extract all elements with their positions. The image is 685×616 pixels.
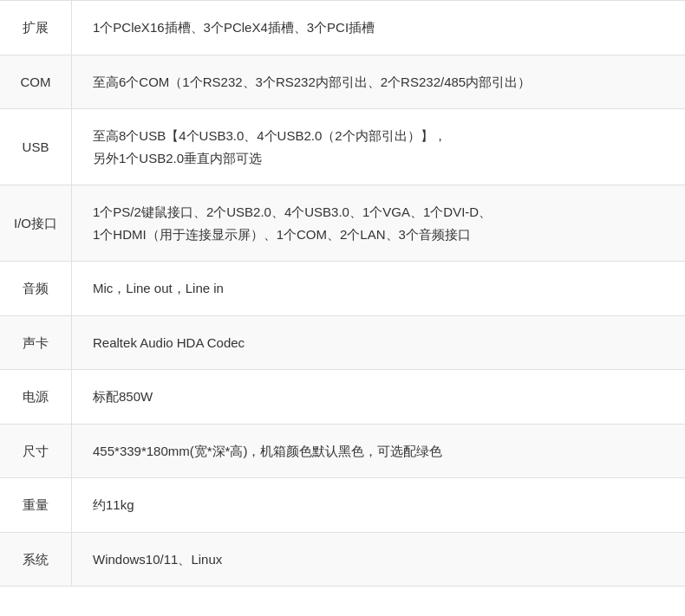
spec-table: 扩展1个PCleX16插槽、3个PCleX4插槽、3个PCI插槽COM至高6个C… xyxy=(0,0,685,587)
row-label-power: 电源 xyxy=(0,370,72,425)
table-row: 尺寸455*339*180mm(宽*深*高)，机箱颜色默认黑色，可选配绿色 xyxy=(0,424,685,478)
table-row: 音频Mic，Line out，Line in xyxy=(0,262,685,316)
row-value-power: 标配850W xyxy=(72,370,685,425)
table-row: 系统Windows10/11、Linux xyxy=(0,532,685,587)
table-row: 重量约11kg xyxy=(0,478,685,533)
row-value-com: 至高6个COM（1个RS232、3个RS232内部引出、2个RS232/485内… xyxy=(72,55,685,109)
row-value-os: Windows10/11、Linux xyxy=(72,532,685,587)
row-value-usb: 至高8个USB【4个USB3.0、4个USB2.0（2个内部引出）】，另外1个U… xyxy=(72,109,685,185)
row-label-weight: 重量 xyxy=(0,478,72,533)
table-row: 电源标配850W xyxy=(0,370,685,425)
table-row: 声卡Realtek Audio HDA Codec xyxy=(0,315,685,370)
row-value-io: 1个PS/2键鼠接口、2个USB2.0、4个USB3.0、1个VGA、1个DVI… xyxy=(72,185,685,262)
row-label-usb: USB xyxy=(0,109,72,185)
table-row: I/O接口1个PS/2键鼠接口、2个USB2.0、4个USB3.0、1个VGA、… xyxy=(0,185,685,262)
row-label-io: I/O接口 xyxy=(0,185,72,262)
table-row: 扩展1个PCleX16插槽、3个PCleX4插槽、3个PCI插槽 xyxy=(0,1,685,55)
row-value-size: 455*339*180mm(宽*深*高)，机箱颜色默认黑色，可选配绿色 xyxy=(72,424,685,478)
row-label-audio: 音频 xyxy=(0,262,72,316)
row-value-weight: 约11kg xyxy=(72,478,685,533)
row-label-os: 系统 xyxy=(0,532,72,587)
row-label-com: COM xyxy=(0,55,72,109)
row-value-soundcard: Realtek Audio HDA Codec xyxy=(72,315,685,370)
row-value-audio: Mic，Line out，Line in xyxy=(72,262,685,316)
table-row: COM至高6个COM（1个RS232、3个RS232内部引出、2个RS232/4… xyxy=(0,55,685,109)
row-value-expansion: 1个PCleX16插槽、3个PCleX4插槽、3个PCI插槽 xyxy=(72,1,685,55)
row-label-soundcard: 声卡 xyxy=(0,315,72,370)
row-label-size: 尺寸 xyxy=(0,424,72,478)
row-label-expansion: 扩展 xyxy=(0,1,72,55)
table-row: USB至高8个USB【4个USB3.0、4个USB2.0（2个内部引出）】，另外… xyxy=(0,109,685,185)
